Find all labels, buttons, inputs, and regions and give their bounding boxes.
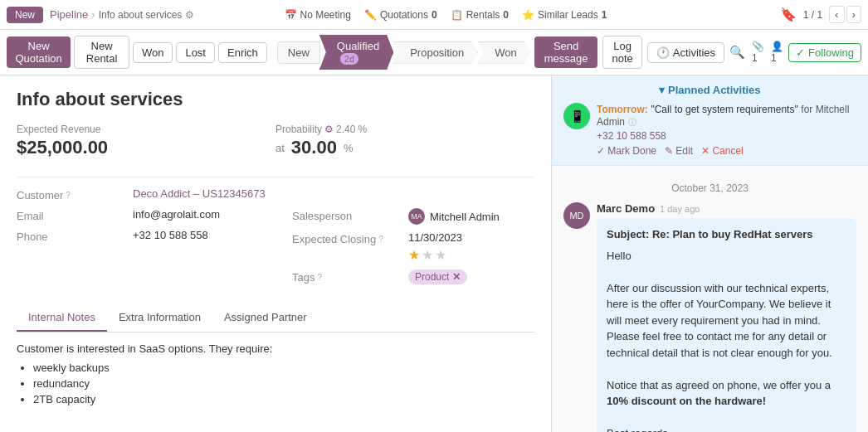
no-meeting-action[interactable]: 📅 No Meeting xyxy=(285,9,351,21)
prob-at-label: at xyxy=(276,142,285,154)
customer-info-icon: ? xyxy=(66,191,71,200)
activity-item: 📱 Tomorrow: "Call to get system requirem… xyxy=(563,103,856,157)
star-3[interactable]: ★ xyxy=(435,247,446,263)
tags-row: Tags ? Product ✕ xyxy=(292,269,534,284)
customer-link[interactable]: Deco Addict – US12345673 xyxy=(133,187,266,200)
top-bar: New Pipeline › Info about services ⚙ 📅 N… xyxy=(0,0,868,30)
similar-leads-label: Similar Leads xyxy=(538,9,598,21)
breadcrumb-pipeline[interactable]: Pipeline xyxy=(50,8,88,21)
rentals-icon: 📋 xyxy=(451,9,463,21)
marc-demo-avatar: MD xyxy=(563,202,590,229)
mark-done-button[interactable]: ✓ Mark Done xyxy=(597,145,656,157)
salesperson-name[interactable]: Mitchell Admin xyxy=(430,211,500,223)
attachment-count[interactable]: 📎1 xyxy=(752,41,764,64)
send-message-button[interactable]: Send message xyxy=(534,36,598,68)
activity-content: Tomorrow: "Call to get system requiremen… xyxy=(597,103,856,157)
lost-button[interactable]: Lost xyxy=(176,42,215,63)
stage-new[interactable]: New xyxy=(277,41,320,64)
customer-label: Customer ? xyxy=(17,187,133,201)
marc-demo-subject: Subject: Re: Plan to buy RedHat servers xyxy=(607,226,846,243)
salesperson-label: Salesperson xyxy=(292,208,408,222)
marc-demo-bubble: Subject: Re: Plan to buy RedHat servers … xyxy=(597,218,856,432)
prob-manual-pct: % xyxy=(344,142,354,154)
no-meeting-label: No Meeting xyxy=(300,9,351,21)
star-2[interactable]: ★ xyxy=(422,247,433,263)
star-1[interactable]: ★ xyxy=(408,247,420,263)
phone-row: Phone +32 10 588 558 xyxy=(17,229,259,243)
salesperson-row: Salesperson MA Mitchell Admin xyxy=(292,208,534,225)
tab-internal-notes[interactable]: Internal Notes xyxy=(17,304,107,332)
quotations-label: Quotations xyxy=(380,9,428,21)
prob-manual-value[interactable]: 30.00 xyxy=(291,137,337,158)
bullet-1: weekly backups xyxy=(33,362,534,374)
rentals-label: Rentals xyxy=(466,9,500,21)
marc-demo-time: 1 day ago xyxy=(660,204,700,214)
salesperson-avatar: MA xyxy=(408,208,425,225)
customer-value[interactable]: Deco Addict – US12345673 xyxy=(133,187,534,200)
following-button[interactable]: ✓ Following xyxy=(788,43,861,62)
note-text: Customer is interested in SaaS options. … xyxy=(17,342,534,355)
stars-rating[interactable]: ★ ★ ★ xyxy=(408,247,534,263)
bullet-list: weekly backups redundancy 2TB capacity xyxy=(17,362,534,405)
stage-qualified-days: 2d xyxy=(340,53,358,65)
message-marc-demo: MD Marc Demo 1 day ago Subject: Re: Plan… xyxy=(563,202,856,432)
breadcrumb-sep: › xyxy=(91,8,95,21)
stage-proposition[interactable]: Proposition xyxy=(393,41,478,64)
probability-row: at 30.00 % xyxy=(276,137,534,158)
record-position: 1 / 1 xyxy=(803,9,822,21)
tags-label: Tags ? xyxy=(292,269,408,284)
bookmark-icon[interactable]: 🔖 xyxy=(780,7,797,22)
main-container: Info about services Expected Revenue $25… xyxy=(0,75,868,432)
revenue-value[interactable]: $25,000.00 xyxy=(17,137,276,158)
probability-gear-icon[interactable]: ⚙ xyxy=(324,124,334,135)
similar-leads-action[interactable]: ⭐ Similar Leads 1 xyxy=(522,9,607,21)
tag-remove-button[interactable]: ✕ xyxy=(452,271,461,283)
stage-qualified[interactable]: Qualified 2d xyxy=(319,35,393,70)
settings-icon[interactable]: ⚙ xyxy=(185,9,194,21)
expected-closing-value: 11/30/2023 ★ ★ ★ xyxy=(408,231,534,263)
contact-salesperson-grid: Email info@agrolait.com Phone +32 10 588… xyxy=(17,208,534,291)
date-separator: October 31, 2023 xyxy=(563,182,856,194)
similar-leads-count: 1 xyxy=(602,9,607,21)
tab-extra-information[interactable]: Extra Information xyxy=(107,304,212,332)
contact-fields: Email info@agrolait.com Phone +32 10 588… xyxy=(17,208,259,291)
top-bar-center: 📅 No Meeting ✏️ Quotations 0 📋 Rentals 0… xyxy=(285,9,607,21)
stage-qualified-label: Qualified xyxy=(337,40,379,52)
extra-fields: Salesperson MA Mitchell Admin Expected C… xyxy=(292,208,534,291)
tab-content-internal-notes: Customer is interested in SaaS options. … xyxy=(17,332,534,419)
phone-label: Phone xyxy=(17,229,133,243)
activity-when: Tomorrow: xyxy=(597,104,648,115)
action-bar-right: Send message Log note 🕐 Activities 🔍 📎1 … xyxy=(534,36,861,69)
prev-record-button[interactable]: ‹ xyxy=(829,6,844,23)
new-rental-button[interactable]: New Rental xyxy=(74,36,129,69)
log-note-button[interactable]: Log note xyxy=(602,36,641,69)
nav-arrows: ‹ › xyxy=(829,6,861,23)
follower-count[interactable]: 👤1 xyxy=(771,41,783,64)
activity-phone[interactable]: +32 10 588 558 xyxy=(597,130,856,142)
cancel-activity-button[interactable]: ✕ Cancel xyxy=(701,145,744,157)
stage-won[interactable]: Won xyxy=(477,41,531,64)
enrich-button[interactable]: Enrich xyxy=(218,42,267,63)
closing-date[interactable]: 11/30/2023 xyxy=(408,231,534,244)
won-button[interactable]: Won xyxy=(133,42,173,63)
toolbar-icons: 🔍 📎1 👤1 xyxy=(729,41,783,64)
whatsapp-icon: 📱 xyxy=(563,103,590,129)
email-value[interactable]: info@agrolait.com xyxy=(133,208,259,221)
tags-value: Product ✕ xyxy=(408,269,534,284)
activities-button[interactable]: 🕐 Activities xyxy=(647,42,724,63)
new-record-button[interactable]: New xyxy=(7,7,43,23)
rentals-count: 0 xyxy=(503,9,509,21)
new-quotation-button[interactable]: New Quotation xyxy=(7,36,71,68)
edit-activity-button[interactable]: ✎ Edit xyxy=(665,145,693,157)
next-record-button[interactable]: › xyxy=(846,6,861,23)
rentals-action[interactable]: 📋 Rentals 0 xyxy=(451,9,509,21)
probability-label: Probability ⚙ 2.40 % xyxy=(276,124,534,135)
email-label: Email xyxy=(17,208,133,222)
right-panel: ▾ Planned Activities 📱 Tomorrow: "Call t… xyxy=(552,75,868,432)
quotations-action[interactable]: ✏️ Quotations 0 xyxy=(364,9,437,21)
search-toolbar-icon[interactable]: 🔍 xyxy=(729,45,745,60)
tags-info-icon: ? xyxy=(317,273,322,282)
phone-value[interactable]: +32 10 588 558 xyxy=(133,229,259,241)
marc-demo-text: Hello After our discussion with our tech… xyxy=(607,248,846,433)
tab-assigned-partner[interactable]: Assigned Partner xyxy=(212,304,319,332)
